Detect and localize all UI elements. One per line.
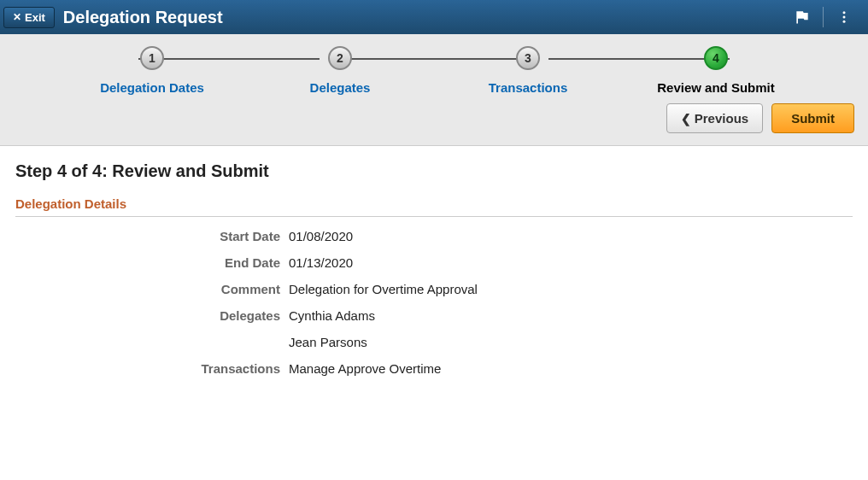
list-item: Jean Parsons — [289, 335, 375, 349]
list-item: Manage Approve Overtime — [289, 361, 441, 376]
svg-point-1 — [843, 16, 846, 19]
step-connector — [138, 58, 320, 60]
step-label[interactable]: Delegates — [310, 80, 371, 95]
stepper: 1 Delegation Dates 2 Delegates 3 Transac… — [24, 46, 844, 95]
more-menu-icon[interactable] — [829, 0, 859, 34]
flag-icon[interactable] — [787, 0, 818, 34]
stepper-section: 1 Delegation Dates 2 Delegates 3 Transac… — [0, 34, 868, 146]
page-title: Delegation Request — [63, 8, 223, 27]
field-comment: Comment Delegation for Overtime Approval — [15, 282, 853, 296]
field-label: End Date — [15, 255, 289, 270]
field-value-list: Cynthia AdamsJean Parsons — [289, 308, 375, 349]
field-value-list: Manage Approve Overtime — [289, 361, 441, 376]
chevron-left-icon: ❮ — [681, 112, 691, 126]
step-connector — [343, 58, 525, 60]
step-label: Review and Submit — [657, 80, 775, 95]
step-number: 1 — [149, 51, 155, 65]
content: Step 4 of 4: Review and Submit Delegatio… — [0, 146, 868, 403]
field-label: Delegates — [15, 308, 289, 323]
header-right — [787, 0, 859, 34]
step-label[interactable]: Delegation Dates — [100, 80, 204, 95]
step-number: 4 — [713, 51, 719, 65]
previous-button[interactable]: ❮ Previous — [666, 103, 763, 133]
section-title: Delegation Details — [15, 196, 853, 217]
step-number-circle: 3 — [516, 46, 540, 70]
field-end-date: End Date 01/13/2020 — [15, 255, 853, 270]
step-number: 2 — [337, 51, 343, 65]
field-value: 01/13/2020 — [289, 255, 353, 270]
field-start-date: Start Date 01/08/2020 — [15, 229, 853, 243]
action-buttons: ❮ Previous Submit — [0, 95, 868, 133]
step-heading: Step 4 of 4: Review and Submit — [15, 161, 853, 181]
step-number-circle: 4 — [704, 46, 728, 70]
field-label: Transactions — [15, 361, 289, 376]
submit-label: Submit — [791, 111, 835, 126]
step-review-submit: 4 Review and Submit — [622, 46, 810, 95]
field-value: 01/08/2020 — [289, 229, 353, 243]
exit-button[interactable]: ✕ Exit — [3, 7, 55, 28]
field-transactions: Transactions Manage Approve Overtime — [15, 361, 853, 376]
exit-label: Exit — [25, 11, 45, 24]
step-number-circle: 2 — [328, 46, 352, 70]
close-icon: ✕ — [13, 12, 21, 22]
app-header: ✕ Exit Delegation Request — [0, 0, 868, 34]
field-value: Delegation for Overtime Approval — [289, 282, 478, 296]
field-delegates: Delegates Cynthia AdamsJean Parsons — [15, 308, 853, 349]
step-delegates[interactable]: 2 Delegates — [246, 46, 434, 95]
step-number-circle: 1 — [140, 46, 164, 70]
svg-point-2 — [843, 20, 846, 23]
field-label: Start Date — [15, 229, 289, 243]
list-item: Cynthia Adams — [289, 308, 375, 323]
submit-button[interactable]: Submit — [771, 103, 854, 133]
step-label[interactable]: Transactions — [489, 80, 568, 95]
svg-point-0 — [843, 11, 846, 14]
step-connector — [548, 58, 730, 60]
header-separator — [823, 7, 824, 27]
header-left: ✕ Exit Delegation Request — [3, 7, 223, 28]
step-transactions[interactable]: 3 Transactions — [434, 46, 622, 95]
field-label: Comment — [15, 282, 289, 296]
step-delegation-dates[interactable]: 1 Delegation Dates — [58, 46, 246, 95]
previous-label: Previous — [695, 111, 748, 126]
step-number: 3 — [525, 51, 531, 65]
